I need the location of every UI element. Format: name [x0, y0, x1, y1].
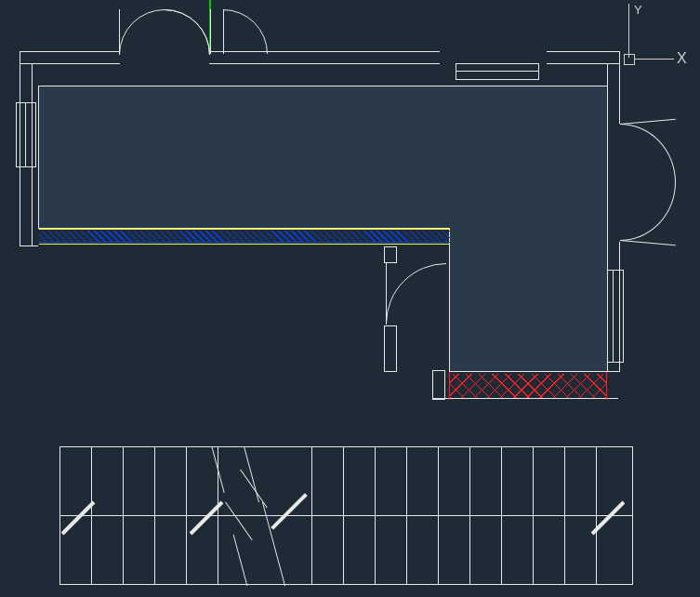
- door-leaf: [620, 240, 676, 245]
- stair-tread: [186, 446, 187, 585]
- stair-tread: [311, 446, 312, 585]
- window: [456, 63, 539, 80]
- hatch-blue: [39, 231, 450, 242]
- ucs-x-label: X: [677, 50, 687, 67]
- ucs-origin-square: [624, 54, 635, 65]
- stair-tread: [123, 446, 124, 585]
- stair-tread: [533, 446, 534, 585]
- stair-tread: [406, 446, 407, 585]
- wall-line: [20, 245, 38, 246]
- wall-segment: [384, 246, 397, 263]
- stair-tread: [154, 446, 155, 585]
- ucs-y-axis: [628, 4, 629, 58]
- wall-line: [432, 398, 618, 399]
- stair-tread: [343, 446, 344, 585]
- selected-region: [38, 86, 608, 229]
- cad-canvas[interactable]: Y X: [0, 0, 700, 597]
- wall-segment: [607, 63, 620, 124]
- stair-tread: [564, 446, 565, 585]
- wall-segment: [547, 51, 620, 64]
- stair-tread: [438, 446, 439, 585]
- highlight-yellow-line: [39, 229, 450, 230]
- stair-midline: [59, 515, 633, 516]
- ucs-x-axis: [635, 59, 674, 60]
- highlight-red-line: [606, 372, 607, 400]
- window-mullion: [25, 102, 26, 167]
- window-mullion: [456, 71, 539, 72]
- selected-region: [449, 228, 608, 372]
- ucs-y-label: Y: [634, 3, 642, 17]
- window-mullion: [613, 270, 614, 363]
- stair-tread: [375, 446, 376, 585]
- stair-tread: [469, 446, 470, 585]
- stair-tread: [596, 446, 597, 585]
- highlight-blue-line: [39, 242, 450, 243]
- wall-segment: [384, 325, 397, 372]
- hatch-red: [450, 374, 606, 398]
- window: [16, 102, 36, 167]
- stair-tread: [218, 515, 218, 585]
- stair-tread: [501, 446, 502, 585]
- wall-segment: [432, 370, 445, 400]
- wall-segment: [20, 51, 120, 64]
- door-leaf: [210, 9, 211, 54]
- stair-tread: [91, 446, 92, 585]
- highlight-yellow-line: [39, 244, 450, 245]
